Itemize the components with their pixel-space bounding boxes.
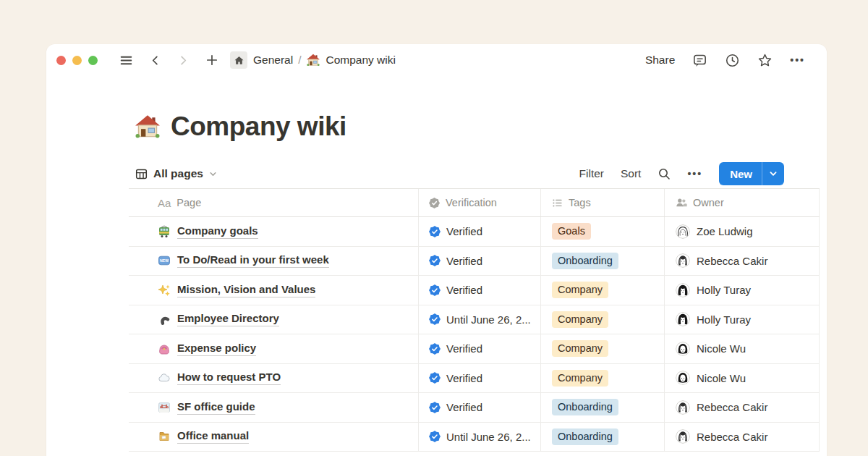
- page-link[interactable]: Office manual: [177, 429, 249, 444]
- filter-button[interactable]: Filter: [579, 167, 604, 180]
- column-header-verification[interactable]: Verification: [418, 189, 540, 216]
- verification-cell[interactable]: Until June 26, 2...: [418, 305, 540, 334]
- avatar: [676, 342, 690, 356]
- chevron-down-icon[interactable]: [762, 169, 784, 178]
- owner-cell[interactable]: Holly Turay: [664, 276, 820, 305]
- tag-chip[interactable]: Company: [552, 340, 608, 357]
- table-row[interactable]: Employee Directory Until June 26, 2... C…: [129, 305, 820, 335]
- tag-chip[interactable]: Onboarding: [552, 399, 618, 415]
- page-cell[interactable]: Expense policy: [129, 334, 418, 363]
- page-cell[interactable]: Employee Directory: [129, 305, 418, 334]
- verified-badge-icon: [429, 372, 441, 384]
- clock-icon[interactable]: [725, 53, 740, 68]
- table-row[interactable]: SF office guide Verified Onboarding Rebe…: [129, 393, 820, 423]
- tag-chip[interactable]: Company: [552, 370, 608, 387]
- star-icon[interactable]: [757, 53, 773, 68]
- golden-gate-picture-icon: [158, 401, 171, 414]
- home-icon[interactable]: [230, 51, 247, 69]
- page-cell[interactable]: Office manual: [129, 423, 418, 452]
- table-row[interactable]: How to request PTO Verified Company Nico…: [129, 364, 820, 394]
- owner-cell[interactable]: Rebecca Cakir: [664, 393, 820, 422]
- hamburger-icon[interactable]: [115, 50, 137, 70]
- share-button[interactable]: Share: [645, 54, 675, 67]
- owner-cell[interactable]: Rebecca Cakir: [664, 423, 820, 452]
- svg-text:NEW: NEW: [160, 259, 169, 263]
- tags-cell[interactable]: Company: [540, 334, 664, 363]
- owner-cell[interactable]: Holly Turay: [664, 305, 820, 334]
- page-cell[interactable]: NEW To Do/Read in your first week: [129, 247, 418, 276]
- verified-badge-icon: [429, 402, 441, 413]
- tags-cell[interactable]: Onboarding: [540, 247, 664, 276]
- toolbar-more-button[interactable]: •••: [687, 168, 702, 180]
- column-header-page[interactable]: Aa Page: [129, 189, 418, 216]
- page-link[interactable]: How to request PTO: [177, 371, 281, 385]
- page-title: Company wiki: [171, 111, 346, 142]
- view-tab-label: All pages: [153, 167, 203, 180]
- plus-icon[interactable]: [201, 50, 223, 70]
- tag-chip[interactable]: Company: [552, 282, 608, 298]
- avatar: [676, 371, 690, 385]
- verification-cell[interactable]: Until June 26, 2...: [418, 423, 540, 452]
- tag-chip[interactable]: Onboarding: [552, 428, 618, 445]
- verification-cell[interactable]: Verified: [418, 276, 540, 305]
- verification-cell[interactable]: Verified: [418, 393, 540, 422]
- page-link[interactable]: To Do/Read in your first week: [177, 253, 329, 268]
- owner-cell[interactable]: Nicole Wu: [664, 334, 820, 363]
- page-cell[interactable]: Mission, Vision and Values: [129, 276, 418, 305]
- breadcrumb-page[interactable]: Company wiki: [326, 54, 395, 67]
- owner-name: Rebecca Cakir: [697, 401, 767, 413]
- search-icon[interactable]: [658, 167, 671, 180]
- avatar: [676, 224, 690, 239]
- page-cell[interactable]: Company goals: [129, 217, 418, 246]
- view-tab-all-pages[interactable]: All pages: [129, 167, 217, 180]
- table-row[interactable]: Office manual Until June 26, 2... Onboar…: [129, 423, 820, 452]
- column-header-owner[interactable]: Owner: [664, 189, 820, 216]
- topbar-more-button[interactable]: •••: [790, 54, 805, 66]
- table-row[interactable]: Mission, Vision and Values Verified Comp…: [129, 276, 820, 305]
- new-button[interactable]: New: [719, 162, 784, 185]
- verification-cell[interactable]: Verified: [418, 247, 540, 276]
- comment-icon[interactable]: [692, 53, 707, 68]
- minimize-window-button[interactable]: [72, 56, 82, 65]
- chevron-left-icon[interactable]: [145, 50, 166, 70]
- verification-value: Verified: [446, 372, 482, 384]
- window-topbar: General / Company wiki Share: [46, 44, 827, 76]
- owner-cell[interactable]: Nicole Wu: [664, 364, 820, 393]
- tag-chip[interactable]: Company: [552, 311, 608, 328]
- tags-cell[interactable]: Onboarding: [540, 393, 664, 422]
- page-link[interactable]: Employee Directory: [177, 312, 279, 326]
- verification-value: Verified: [446, 225, 482, 237]
- column-header-tags[interactable]: Tags: [540, 189, 664, 216]
- verification-cell[interactable]: Verified: [418, 217, 540, 246]
- tags-cell[interactable]: Onboarding: [540, 423, 664, 452]
- tags-cell[interactable]: Company: [540, 305, 664, 334]
- chevron-right-icon[interactable]: [173, 50, 194, 70]
- verification-cell[interactable]: Verified: [418, 334, 540, 363]
- close-window-button[interactable]: [56, 56, 66, 65]
- page-link[interactable]: Expense policy: [177, 342, 256, 356]
- tag-chip[interactable]: Onboarding: [552, 253, 618, 269]
- tags-cell[interactable]: Company: [540, 364, 664, 393]
- table-row[interactable]: NEW To Do/Read in your first week Verifi…: [129, 247, 820, 276]
- breadcrumb-separator: /: [298, 54, 301, 67]
- owner-cell[interactable]: Rebecca Cakir: [664, 247, 820, 276]
- table-row[interactable]: Expense policy Verified Company Nicole W…: [129, 334, 820, 364]
- tag-chip[interactable]: Goals: [552, 223, 591, 240]
- owner-cell[interactable]: Zoe Ludwig: [664, 217, 820, 246]
- page-link[interactable]: Company goals: [177, 224, 258, 239]
- verified-badge-icon: [429, 313, 441, 325]
- page-cell[interactable]: How to request PTO: [129, 364, 418, 393]
- page-cell[interactable]: SF office guide: [129, 393, 418, 422]
- page-link[interactable]: Mission, Vision and Values: [177, 283, 315, 297]
- tags-cell[interactable]: Company: [540, 276, 664, 305]
- sort-button[interactable]: Sort: [621, 167, 641, 180]
- breadcrumb-root[interactable]: General: [253, 54, 293, 67]
- verification-cell[interactable]: Verified: [418, 364, 540, 393]
- new-button-label[interactable]: New: [719, 168, 762, 180]
- verified-badge-icon: [429, 226, 441, 237]
- page-link[interactable]: SF office guide: [177, 400, 255, 415]
- seal-icon: [429, 198, 440, 208]
- table-row[interactable]: Company goals Verified Goals Zoe Ludwig: [129, 217, 820, 247]
- tags-cell[interactable]: Goals: [540, 217, 664, 246]
- zoom-window-button[interactable]: [88, 56, 98, 65]
